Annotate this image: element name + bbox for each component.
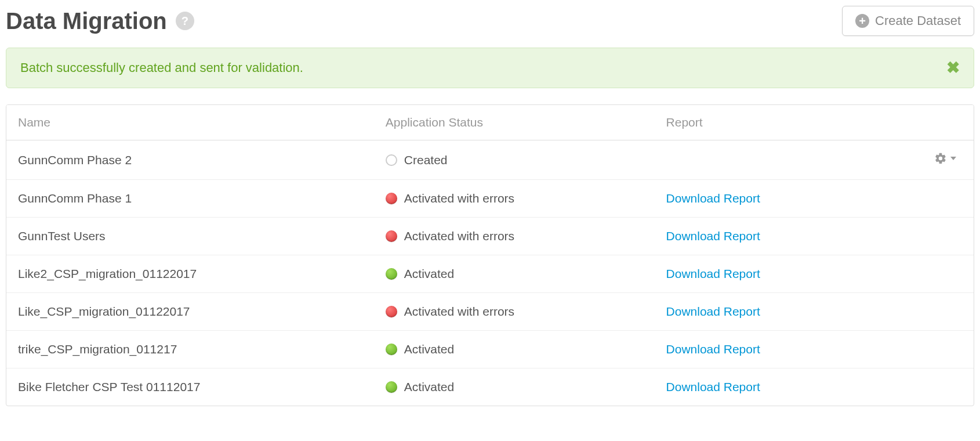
table-row: Bike Fletcher CSP Test 01112017Activated… <box>6 368 974 406</box>
table-row: Like_CSP_migration_01122017Activated wit… <box>6 293 974 331</box>
table-row: trike_CSP_migration_011217ActivatedDownl… <box>6 331 974 368</box>
table-row: GunnComm Phase 1Activated with errorsDow… <box>6 180 974 218</box>
dataset-name: GunnComm Phase 1 <box>6 180 374 218</box>
report-cell: Download Report <box>655 331 896 368</box>
download-report-link[interactable]: Download Report <box>666 305 760 318</box>
datasets-table-container: Name Application Status Report GunnComm … <box>6 104 974 406</box>
status-dot-icon <box>386 268 397 280</box>
status-dot-icon <box>386 381 397 393</box>
col-header-status: Application Status <box>374 105 655 140</box>
status-dot-icon <box>386 306 397 317</box>
page-header: Data Migration ? + Create Dataset <box>6 6 974 36</box>
status-cell: Activated with errors <box>374 180 655 218</box>
dataset-name: Like2_CSP_migration_01122017 <box>6 255 374 293</box>
actions-cell <box>896 255 974 293</box>
status-dot-icon <box>386 344 397 355</box>
status-cell: Activated with errors <box>374 218 655 255</box>
dataset-name: Like_CSP_migration_01122017 <box>6 293 374 331</box>
row-actions-menu[interactable] <box>934 152 956 165</box>
status-cell: Activated with errors <box>374 293 655 331</box>
status-label: Activated <box>404 380 454 394</box>
help-icon[interactable]: ? <box>176 12 194 30</box>
page-title: Data Migration <box>6 8 167 34</box>
status-label: Activated with errors <box>404 305 514 319</box>
actions-cell <box>896 331 974 368</box>
report-cell: Download Report <box>655 218 896 255</box>
table-row: GunnComm Phase 2Created <box>6 140 974 180</box>
dataset-name: GunnComm Phase 2 <box>6 140 374 180</box>
status-dot-icon <box>386 193 397 204</box>
download-report-link[interactable]: Download Report <box>666 342 760 356</box>
gear-icon <box>934 152 947 165</box>
success-alert: Batch successfully created and sent for … <box>6 48 974 88</box>
status-label: Activated with errors <box>404 191 514 205</box>
status-label: Activated <box>404 342 454 356</box>
status-cell: Created <box>374 140 655 180</box>
header-left: Data Migration ? <box>6 8 194 34</box>
status-label: Activated <box>404 267 454 281</box>
download-report-link[interactable]: Download Report <box>666 191 760 205</box>
status-cell: Activated <box>374 368 655 406</box>
status-dot-icon <box>386 230 397 242</box>
create-dataset-button[interactable]: + Create Dataset <box>842 6 974 36</box>
actions-cell <box>896 180 974 218</box>
table-row: GunnTest UsersActivated with errorsDownl… <box>6 218 974 255</box>
report-cell: Download Report <box>655 368 896 406</box>
plus-circle-icon: + <box>855 14 869 28</box>
alert-message: Batch successfully created and sent for … <box>20 60 303 75</box>
col-header-name: Name <box>6 105 374 140</box>
report-cell: Download Report <box>655 180 896 218</box>
report-cell: Download Report <box>655 255 896 293</box>
status-label: Created <box>404 153 448 167</box>
report-cell <box>655 140 896 180</box>
table-row: Like2_CSP_migration_01122017ActivatedDow… <box>6 255 974 293</box>
actions-cell <box>896 368 974 406</box>
datasets-table: Name Application Status Report GunnComm … <box>6 105 974 406</box>
status-cell: Activated <box>374 255 655 293</box>
download-report-link[interactable]: Download Report <box>666 380 760 393</box>
col-header-report: Report <box>655 105 896 140</box>
status-cell: Activated <box>374 331 655 368</box>
actions-cell <box>896 293 974 331</box>
create-dataset-label: Create Dataset <box>875 13 961 28</box>
report-cell: Download Report <box>655 293 896 331</box>
dataset-name: GunnTest Users <box>6 218 374 255</box>
status-label: Activated with errors <box>404 229 514 243</box>
chevron-down-icon <box>950 157 956 160</box>
actions-cell <box>896 218 974 255</box>
status-dot-icon <box>386 154 397 166</box>
dataset-name: Bike Fletcher CSP Test 01112017 <box>6 368 374 406</box>
actions-cell <box>896 140 974 180</box>
download-report-link[interactable]: Download Report <box>666 267 760 280</box>
dataset-name: trike_CSP_migration_011217 <box>6 331 374 368</box>
download-report-link[interactable]: Download Report <box>666 229 760 243</box>
col-header-actions <box>896 105 974 140</box>
table-header-row: Name Application Status Report <box>6 105 974 140</box>
close-icon[interactable]: ✖ <box>946 60 960 76</box>
